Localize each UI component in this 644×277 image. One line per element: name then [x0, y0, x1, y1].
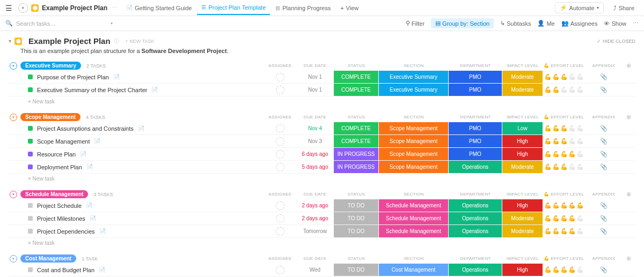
hide-closed-button[interactable]: ✓HIDE CLOSED	[597, 39, 635, 44]
group-pill[interactable]: Scope Management	[20, 113, 80, 121]
group-by-button[interactable]: ▤Group by: Section	[431, 18, 494, 28]
impact-badge[interactable]: Moderate	[502, 161, 543, 173]
status-square-icon[interactable]	[28, 139, 33, 144]
filter-button[interactable]: ⚲Filter	[406, 20, 425, 27]
col-header[interactable]: SECTION	[379, 63, 449, 68]
col-header[interactable]: SECTION	[379, 192, 449, 197]
impact-badge[interactable]: Moderate	[502, 71, 543, 83]
status-badge[interactable]: TO DO	[334, 212, 379, 224]
col-header[interactable]: 💪 EFFORT LEVEL	[543, 192, 585, 197]
department-badge[interactable]: Operations	[449, 199, 502, 212]
appendix-cell[interactable]: 📎	[585, 148, 623, 160]
due-date-cell[interactable]: 5 days ago	[296, 161, 334, 173]
col-header[interactable]: DEPARTMENT	[449, 256, 502, 261]
task-title[interactable]: Project Dependencies	[37, 228, 95, 235]
col-header[interactable]: DUE DATE	[296, 192, 334, 197]
new-task-button[interactable]: + New task	[9, 174, 635, 184]
note-icon[interactable]: 📄	[80, 151, 86, 157]
col-header[interactable]: DUE DATE	[296, 115, 334, 119]
info-icon[interactable]: ⓘ	[114, 38, 119, 45]
section-badge[interactable]: Cost Management	[379, 264, 449, 276]
group-pill[interactable]: Cost Management	[20, 254, 76, 263]
new-task-button[interactable]: + New task	[9, 238, 635, 248]
me-button[interactable]: 👤Me	[537, 20, 554, 27]
task-title[interactable]: Deployment Plan	[37, 164, 82, 170]
search-input[interactable]: 🔍 Search tasks... ▾	[5, 20, 113, 27]
assignee-cell[interactable]	[264, 122, 296, 134]
add-column-button[interactable]: ⊕	[623, 114, 635, 121]
appendix-cell[interactable]: 📎	[585, 212, 623, 224]
section-badge[interactable]: Schedule Management	[379, 212, 449, 224]
note-icon[interactable]: 📄	[94, 138, 100, 144]
col-header[interactable]: 💪 EFFORT LEVEL	[543, 256, 585, 261]
task-row[interactable]: Cost and Budget Plan 📄 Wed TO DO Cost Ma…	[9, 264, 635, 276]
share-button[interactable]: ⤴Share	[609, 3, 639, 13]
note-icon[interactable]: 📄	[99, 228, 106, 234]
new-task-header[interactable]: + NEW TASK	[126, 39, 155, 44]
tab-project-plan[interactable]: ☰Project Plan Template	[197, 1, 270, 15]
due-date-cell[interactable]: 2 days ago	[296, 199, 334, 212]
appendix-cell[interactable]: 📎	[585, 264, 623, 276]
col-header[interactable]: IMPACT LEVEL	[502, 115, 543, 119]
impact-badge[interactable]: Moderate	[502, 84, 543, 96]
status-square-icon[interactable]	[28, 126, 33, 131]
effort-cell[interactable]: 💪💪💪💪💪	[543, 135, 585, 147]
col-header[interactable]: DEPARTMENT	[449, 115, 502, 119]
task-title[interactable]: Project Schedule	[37, 203, 82, 209]
task-row[interactable]: Purpose of the Project Plan 📄 Nov 1 COMP…	[9, 71, 635, 84]
status-square-icon[interactable]	[28, 229, 33, 234]
col-header[interactable]: APPENDIX	[585, 192, 623, 197]
col-header[interactable]: DUE DATE	[296, 256, 334, 261]
assignee-cell[interactable]	[264, 199, 296, 212]
note-icon[interactable]: 📄	[90, 215, 96, 221]
more-icon[interactable]: ⋯	[112, 4, 118, 11]
col-header[interactable]: DEPARTMENT	[449, 192, 502, 197]
appendix-cell[interactable]: 📎	[585, 225, 623, 237]
add-column-button[interactable]: ⊕	[623, 191, 635, 198]
col-header[interactable]: SECTION	[379, 115, 449, 119]
hamburger-icon[interactable]: ☰	[5, 4, 14, 12]
status-badge[interactable]: COMPLETE	[334, 135, 379, 147]
status-badge[interactable]: TO DO	[334, 264, 379, 276]
department-badge[interactable]: PMO	[449, 122, 502, 134]
task-row[interactable]: Project Schedule 📄 2 days ago TO DO Sche…	[9, 199, 635, 212]
impact-badge[interactable]: High	[502, 148, 543, 160]
col-header[interactable]: APPENDIX	[585, 115, 623, 119]
task-row[interactable]: Deployment Plan 📄 5 days ago IN PROGRESS…	[9, 161, 635, 174]
col-header[interactable]: 💪 EFFORT LEVEL	[543, 63, 585, 68]
col-header[interactable]: DUE DATE	[296, 63, 334, 68]
department-badge[interactable]: PMO	[449, 148, 502, 160]
impact-badge[interactable]: High	[502, 135, 543, 147]
note-icon[interactable]: 📄	[99, 267, 105, 273]
col-header[interactable]: STATUS	[334, 192, 379, 197]
assignee-cell[interactable]	[264, 161, 296, 173]
group-toggle-icon[interactable]: ▾	[10, 114, 17, 121]
section-badge[interactable]: Scope Management	[379, 122, 449, 134]
col-header[interactable]: APPENDIX	[585, 63, 623, 68]
note-icon[interactable]: 📄	[113, 74, 120, 80]
status-badge[interactable]: IN PROGRESS	[334, 148, 379, 160]
task-row[interactable]: Scope Management 📄 Nov 3 COMPLETE Scope …	[9, 135, 635, 148]
col-header[interactable]: IMPACT LEVEL	[502, 63, 543, 68]
assignees-button[interactable]: 👥Assignees	[561, 20, 598, 27]
note-icon[interactable]: 📄	[138, 125, 144, 131]
status-badge[interactable]: IN PROGRESS	[334, 161, 379, 173]
effort-cell[interactable]: 💪💪💪💪💪	[543, 148, 585, 160]
effort-cell[interactable]: 💪💪💪💪💪	[543, 199, 585, 212]
department-badge[interactable]: PMO	[449, 135, 502, 147]
task-row[interactable]: Executive Summary of the Project Charter…	[9, 84, 635, 96]
task-row[interactable]: Project Assumptions and Constraints 📄 No…	[9, 122, 635, 135]
department-badge[interactable]: Operations	[449, 212, 502, 224]
status-badge[interactable]: TO DO	[334, 225, 379, 237]
effort-cell[interactable]: 💪💪💪💪💪	[543, 71, 585, 83]
department-badge[interactable]: PMO	[449, 71, 502, 83]
automate-button[interactable]: ⚡Automate▾	[555, 2, 604, 13]
due-date-cell[interactable]: Nov 4	[296, 122, 334, 134]
group-toggle-icon[interactable]: ▾	[10, 191, 17, 198]
assignee-cell[interactable]	[264, 225, 296, 237]
assignee-cell[interactable]	[264, 84, 296, 96]
due-date-cell[interactable]: 6 days ago	[296, 148, 334, 160]
section-badge[interactable]: Executive Summary	[379, 71, 449, 83]
add-view-button[interactable]: +View	[336, 2, 363, 14]
effort-cell[interactable]: 💪💪💪💪💪	[543, 122, 585, 134]
